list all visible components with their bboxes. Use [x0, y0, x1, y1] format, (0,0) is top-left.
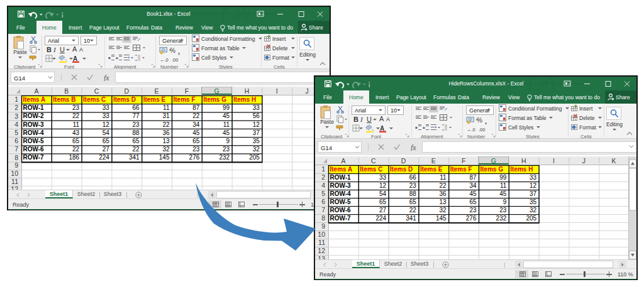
svg-text:J: J — [582, 157, 586, 165]
svg-text:11: 11 — [11, 178, 18, 185]
svg-text:9: 9 — [321, 222, 325, 230]
svg-text:4: 4 — [14, 121, 18, 128]
svg-text:ROW-7: ROW-7 — [330, 215, 352, 222]
svg-text:23: 23 — [72, 104, 80, 111]
svg-text:12: 12 — [379, 182, 387, 189]
svg-text:,: , — [178, 48, 180, 55]
svg-text:Items H: Items H — [510, 166, 533, 173]
svg-text:32: 32 — [440, 207, 447, 214]
svg-text:23: 23 — [469, 207, 477, 214]
svg-text:7: 7 — [14, 145, 18, 153]
svg-text:,: , — [485, 117, 487, 125]
svg-text:45: 45 — [469, 190, 477, 197]
svg-text:Items E: Items E — [143, 96, 166, 103]
svg-text:F: F — [462, 157, 465, 165]
svg-text:6: 6 — [14, 137, 18, 144]
svg-text:66: 66 — [409, 174, 417, 181]
svg-text:ROW-5: ROW-5 — [23, 138, 45, 144]
svg-text:232: 232 — [219, 154, 230, 161]
svg-text:54: 54 — [103, 129, 110, 136]
svg-text:45: 45 — [499, 190, 507, 197]
svg-text:87: 87 — [469, 174, 477, 181]
svg-text:ROW-4: ROW-4 — [330, 190, 352, 197]
svg-text:ROW-6: ROW-6 — [23, 146, 45, 153]
svg-text:87: 87 — [192, 104, 200, 111]
svg-text:31: 31 — [162, 112, 170, 119]
svg-text:C: C — [94, 87, 99, 95]
svg-text:A: A — [34, 87, 38, 95]
svg-text:7: 7 — [321, 206, 325, 214]
svg-text:ROW-5: ROW-5 — [330, 198, 352, 205]
svg-text:13: 13 — [440, 198, 447, 205]
svg-text:C: C — [371, 157, 376, 165]
svg-text:10: 10 — [11, 170, 18, 177]
svg-text:33: 33 — [530, 174, 537, 181]
svg-text:Items G: Items G — [480, 166, 504, 173]
svg-text:11: 11 — [73, 121, 80, 128]
svg-text:Items C: Items C — [360, 166, 382, 173]
svg-text:ROW-3: ROW-3 — [330, 182, 352, 189]
svg-text:9: 9 — [226, 138, 230, 144]
svg-text:224: 224 — [375, 215, 386, 222]
svg-text:%: % — [170, 47, 175, 54]
svg-text:36: 36 — [162, 129, 170, 136]
svg-text:205: 205 — [249, 154, 260, 161]
svg-text:186: 186 — [69, 154, 79, 161]
svg-text:A: A — [380, 125, 384, 132]
svg-text:22: 22 — [72, 146, 80, 153]
svg-text:33: 33 — [103, 112, 110, 119]
svg-text:ROW-2: ROW-2 — [23, 112, 45, 119]
svg-text:Items E: Items E — [420, 166, 443, 173]
svg-text:23: 23 — [133, 121, 140, 128]
svg-text:77: 77 — [133, 112, 140, 119]
svg-text:13: 13 — [162, 138, 170, 144]
svg-text:22: 22 — [440, 182, 447, 189]
svg-text:K: K — [612, 157, 616, 165]
svg-text:D: D — [401, 157, 406, 165]
svg-text:E: E — [155, 87, 159, 95]
svg-text:34: 34 — [469, 182, 477, 189]
svg-text:ROW-7: ROW-7 — [23, 154, 45, 161]
svg-text:37: 37 — [530, 190, 537, 197]
svg-text:11: 11 — [440, 174, 447, 181]
svg-text:65: 65 — [409, 198, 417, 205]
svg-text:43: 43 — [72, 129, 80, 136]
svg-text:36: 36 — [440, 190, 447, 197]
svg-text:11: 11 — [163, 104, 170, 111]
svg-text:45: 45 — [192, 129, 200, 136]
svg-text:12: 12 — [11, 185, 18, 190]
svg-text:45: 45 — [223, 112, 230, 119]
svg-text:Items F: Items F — [174, 96, 196, 103]
svg-text:ROW-6: ROW-6 — [330, 207, 352, 214]
svg-text:232: 232 — [496, 215, 507, 222]
svg-text:22: 22 — [162, 121, 170, 128]
svg-text:33: 33 — [253, 104, 260, 111]
svg-text:H: H — [521, 157, 526, 165]
svg-text:I: I — [553, 157, 555, 165]
svg-text:99: 99 — [499, 174, 507, 181]
svg-text:45: 45 — [223, 129, 230, 136]
svg-text:35: 35 — [530, 198, 537, 205]
svg-text:5: 5 — [14, 129, 18, 136]
svg-text:ROW-1: ROW-1 — [23, 104, 45, 111]
svg-text:H: H — [245, 87, 250, 95]
svg-text:I: I — [276, 87, 278, 95]
svg-text:35: 35 — [253, 138, 260, 144]
svg-text:ROW-1: ROW-1 — [330, 174, 352, 181]
svg-text:22: 22 — [409, 207, 417, 214]
svg-text:145: 145 — [159, 154, 170, 161]
svg-text:22: 22 — [133, 146, 140, 153]
svg-text:ROW-3: ROW-3 — [23, 121, 45, 128]
svg-text:12: 12 — [253, 121, 260, 128]
svg-text:E: E — [431, 157, 436, 165]
svg-text:ROW-4: ROW-4 — [23, 129, 45, 136]
svg-text:23: 23 — [409, 182, 417, 189]
svg-text:34: 34 — [192, 121, 200, 128]
svg-text:Items D: Items D — [390, 166, 413, 173]
svg-text:4: 4 — [321, 181, 325, 189]
svg-text:88: 88 — [409, 190, 417, 197]
svg-text:D: D — [125, 87, 130, 95]
svg-text:B: B — [64, 87, 69, 95]
svg-text:A: A — [341, 157, 345, 165]
svg-text:Items C: Items C — [83, 96, 106, 103]
